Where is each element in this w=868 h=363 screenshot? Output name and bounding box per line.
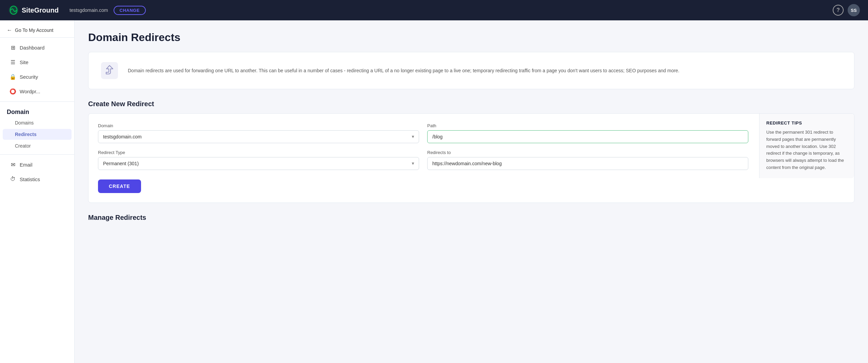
domain-section-title: Domain	[0, 104, 74, 117]
info-description: Domain redirects are used for forwarding…	[128, 67, 679, 74]
sidebar: ← Go To My Account ⊞ Dashboard ☰ Site 🔒 …	[0, 20, 75, 363]
form-group-redirect-type: Redirect Type Permanent (301) ▼	[98, 150, 419, 170]
redirects-to-label: Redirects to	[427, 150, 748, 155]
sidebar-item-security[interactable]: 🔒 Security	[3, 70, 72, 83]
sidebar-item-domain-domains[interactable]: Domains	[3, 117, 72, 128]
sidebar-divider	[0, 101, 74, 102]
sidebar-item-domain-creator[interactable]: Creator	[3, 140, 72, 151]
manage-redirects-title: Manage Redirects	[88, 214, 854, 222]
form-group-path: Path	[427, 123, 748, 143]
form-fields: Domain testsgdomain.com ▼ Path	[98, 123, 748, 193]
redirect-tips-box: REDIRECT TIPS Use the permanent 301 redi…	[759, 114, 854, 178]
back-arrow-icon: ←	[7, 27, 12, 33]
header: SiteGround testsgdomain.com CHANGE ? SS	[0, 0, 868, 20]
path-label: Path	[427, 123, 748, 128]
sidebar-item-label: Statistics	[20, 176, 40, 182]
security-icon: 🔒	[9, 74, 16, 80]
logo-text: SiteGround	[22, 6, 59, 14]
sidebar-item-label: Wordpr...	[20, 89, 40, 94]
info-box: Domain redirects are used for forwarding…	[88, 52, 854, 89]
domain-select[interactable]: testsgdomain.com	[98, 130, 419, 143]
email-icon: ✉	[9, 161, 16, 168]
creator-label: Creator	[15, 143, 31, 149]
svg-rect-1	[101, 62, 118, 79]
go-to-account-link[interactable]: ← Go To My Account	[0, 23, 74, 38]
siteground-logo-icon	[8, 5, 19, 16]
form-row-type-redirectsto: Redirect Type Permanent (301) ▼ Redirect…	[98, 150, 748, 170]
page-title: Domain Redirects	[88, 31, 854, 44]
statistics-icon: ⏱	[9, 176, 16, 182]
form-group-domain: Domain testsgdomain.com ▼	[98, 123, 419, 143]
redirect-type-select[interactable]: Permanent (301)	[98, 157, 419, 170]
sidebar-item-label: Security	[20, 74, 38, 80]
redirects-to-input[interactable]	[427, 157, 748, 170]
path-input[interactable]	[427, 130, 748, 143]
sidebar-item-label: Dashboard	[20, 45, 44, 51]
create-redirect-form-card: Domain testsgdomain.com ▼ Path	[88, 113, 854, 203]
change-domain-button[interactable]: CHANGE	[114, 6, 146, 15]
current-domain: testsgdomain.com	[70, 7, 108, 13]
dashboard-icon: ⊞	[9, 44, 16, 51]
domain-label: Domain	[98, 123, 419, 128]
form-row-domain-path: Domain testsgdomain.com ▼ Path	[98, 123, 748, 143]
redirect-type-select-wrapper: Permanent (301) ▼	[98, 157, 419, 170]
sidebar-item-dashboard[interactable]: ⊞ Dashboard	[3, 41, 72, 54]
sidebar-item-label: Email	[20, 162, 33, 168]
sidebar-item-statistics[interactable]: ⏱ Statistics	[3, 173, 72, 186]
sidebar-item-label: Site	[20, 59, 28, 65]
help-button[interactable]: ?	[833, 5, 844, 16]
create-section-title: Create New Redirect	[88, 100, 854, 108]
redirects-label: Redirects	[15, 132, 37, 137]
user-avatar[interactable]: SS	[848, 4, 860, 16]
sidebar-item-wordpress[interactable]: ⭕ Wordpr...	[3, 85, 72, 98]
layout: ← Go To My Account ⊞ Dashboard ☰ Site 🔒 …	[0, 20, 868, 363]
wordpress-icon: ⭕	[9, 88, 16, 95]
form-group-redirects-to: Redirects to	[427, 150, 748, 170]
domain-select-wrapper: testsgdomain.com ▼	[98, 130, 419, 143]
tips-text: Use the permanent 301 redirect to forwar…	[766, 129, 847, 171]
main-content: Domain Redirects Domain redirects are us…	[75, 20, 868, 363]
site-icon: ☰	[9, 59, 16, 65]
create-button[interactable]: CREATE	[98, 179, 141, 193]
back-label: Go To My Account	[15, 27, 53, 33]
sidebar-divider-2	[0, 154, 74, 155]
tips-title: REDIRECT TIPS	[766, 120, 847, 126]
redirect-type-label: Redirect Type	[98, 150, 419, 155]
sidebar-item-site[interactable]: ☰ Site	[3, 56, 72, 69]
header-right: ? SS	[833, 4, 860, 16]
sidebar-item-email[interactable]: ✉ Email	[3, 158, 72, 171]
domains-label: Domains	[15, 120, 34, 126]
redirect-icon	[99, 60, 120, 81]
logo: SiteGround	[8, 5, 59, 16]
sidebar-item-domain-redirects[interactable]: Redirects	[3, 129, 72, 140]
